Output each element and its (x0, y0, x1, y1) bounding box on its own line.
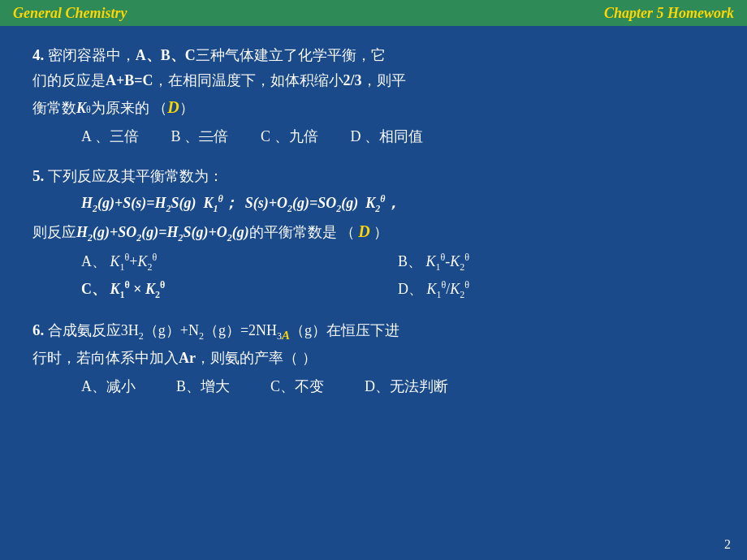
q5-intro: 5. 下列反应及其平衡常数为： (32, 163, 715, 189)
q6-option-a: A、减小 (81, 374, 136, 399)
q5-option-b: B、 K1θ-K2θ (398, 249, 715, 275)
q6-number: 6. (32, 321, 44, 338)
header-title-right: Chapter 5 Homework (604, 5, 734, 22)
q4-answer: D (167, 93, 179, 121)
question-6: 6. 合成氨反应3H2（g）+N2（g）=2NH3A（g）在恒压下进 行时，若向… (32, 317, 715, 398)
q4-options: A 、三倍 B 、二倍 C 、九倍 D 、相同值 (81, 124, 715, 149)
q5-question-line: 则反应H2(g)+SO2(g)=H2S(g)+O2(g)的平衡常数是 （ D ） (32, 218, 715, 246)
q5-reaction1: H2(g)+S(s)=H2S(g) K1θ； S(s)+O2(g)=SO2(g)… (81, 190, 715, 218)
q5-reactions: H2(g)+S(s)=H2S(g) K1θ； S(s)+O2(g)=SO2(g)… (81, 190, 715, 218)
page-number: 2 (724, 537, 731, 552)
q4-line2: 们的反应是A+B=C，在相同温度下，如体积缩小2/3，则平 (32, 68, 715, 93)
q5-option-d: D、 K1θ/K2θ (398, 277, 715, 303)
q5-answer: D (358, 218, 369, 245)
question-5: 5. 下列反应及其平衡常数为： H2(g)+S(s)=H2S(g) K1θ； S… (32, 163, 715, 302)
q6-option-b: B、增大 (176, 374, 230, 399)
q6-text: 6. 合成氨反应3H2（g）+N2（g）=2NH3A（g）在恒压下进 (32, 317, 715, 346)
q4-option-a: A 、三倍 (81, 124, 139, 149)
q5-options: A、 K1θ+K2θ B、 K1θ-K2θ C、 K1θ × K2θ D、 K1… (81, 249, 715, 303)
q4-option-d: D 、相同值 (351, 124, 424, 149)
q4-text: 4. 密闭容器中，A、B、C三种气体建立了化学平衡，它 (32, 42, 715, 68)
header: General Chemistry Chapter 5 Homework (0, 0, 747, 26)
q5-question-text: 则反应H2(g)+SO2(g)=H2S(g)+O2(g)的平衡常数是 (32, 220, 337, 246)
q5-option-a: A、 K1θ+K2θ (81, 249, 398, 275)
q5-number: 5. (32, 167, 44, 184)
q6-option-d: D、无法判断 (365, 374, 448, 399)
header-title-left: General Chemistry (13, 5, 127, 22)
q5-intro-text: 下列反应及其平衡常数为： (48, 168, 223, 184)
q4-line1: 密闭容器中，A、B、C三种气体建立了化学平衡，它 (48, 47, 386, 63)
question-4: 4. 密闭容器中，A、B、C三种气体建立了化学平衡，它 们的反应是A+B=C，在… (32, 42, 715, 149)
main-content: 4. 密闭容器中，A、B、C三种气体建立了化学平衡，它 们的反应是A+B=C，在… (0, 26, 747, 429)
q4-option-b: B 、二倍 (171, 124, 229, 149)
q6-options: A、减小 B、增大 C、不变 D、无法判断 (81, 374, 715, 399)
q4-number: 4. (32, 46, 44, 63)
q6-line2: 行时，若向体系中加入Ar，则氨的产率（ ） (32, 346, 715, 371)
q4-line3: 衡常数Kθ为原来的 （ D ） (32, 93, 715, 121)
q6-line1: 合成氨反应3H2（g）+N2（g）=2NH3A（g）在恒压下进 (48, 322, 399, 338)
q5-option-c: C、 K1θ × K2θ (81, 277, 398, 303)
q4-option-c: C 、九倍 (261, 124, 318, 149)
q6-option-c: C、不变 (270, 374, 324, 399)
